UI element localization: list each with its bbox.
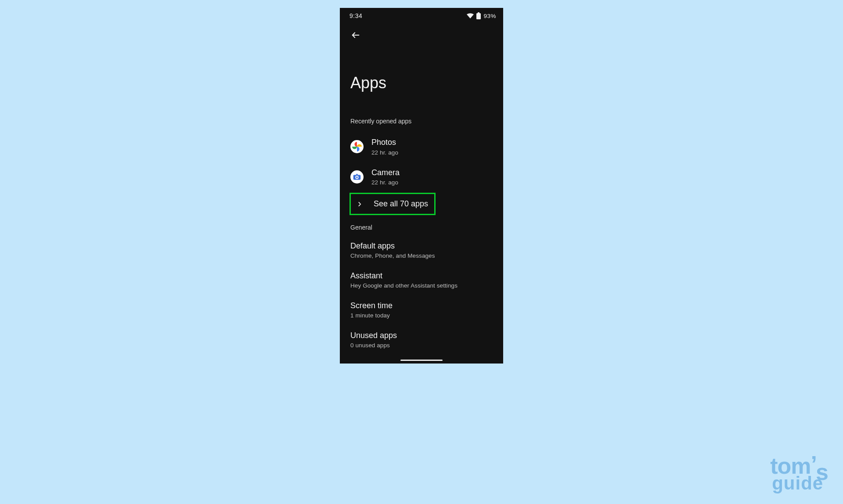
row-screen-time[interactable]: Screen time 1 minute today <box>340 295 503 325</box>
battery-icon <box>476 12 481 19</box>
arrow-left-icon <box>351 30 360 42</box>
svg-point-4 <box>356 176 358 178</box>
app-row-texts: Camera 22 hr. ago <box>371 168 400 186</box>
status-time: 9:34 <box>349 12 362 19</box>
app-name: Camera <box>371 168 400 178</box>
chevron-right-icon <box>355 200 364 209</box>
see-all-apps-button[interactable]: See all 70 apps <box>349 193 436 215</box>
section-label-general: General <box>340 224 503 231</box>
app-row-photos[interactable]: Photos 22 hr. ago <box>340 132 503 162</box>
watermark-text-s: s <box>816 459 828 485</box>
watermark-logo: tom’s guide <box>770 457 828 491</box>
app-subtitle: 22 hr. ago <box>371 149 398 156</box>
photos-app-icon <box>350 140 364 153</box>
row-subtitle: 0 unused apps <box>350 342 493 349</box>
app-name: Photos <box>371 138 398 148</box>
recent-apps-list: Photos 22 hr. ago Camera 22 hr. ago <box>340 125 503 215</box>
toolbar <box>340 19 503 44</box>
back-button[interactable] <box>347 28 364 44</box>
row-subtitle: Chrome, Phone, and Messages <box>350 252 493 259</box>
status-bar: 9:34 93% <box>340 8 503 19</box>
row-assistant[interactable]: Assistant Hey Google and other Assistant… <box>340 265 503 295</box>
status-right: 93% <box>467 12 496 19</box>
row-subtitle: 1 minute today <box>350 312 493 319</box>
see-all-label: See all 70 apps <box>374 199 428 209</box>
svg-rect-1 <box>476 13 481 19</box>
phone-frame: 9:34 93% Apps Recently opened apps <box>340 8 503 364</box>
row-title: Unused apps <box>350 331 493 340</box>
row-default-apps[interactable]: Default apps Chrome, Phone, and Messages <box>340 235 503 265</box>
row-title: Screen time <box>350 301 493 310</box>
battery-pct: 93% <box>483 13 496 19</box>
watermark-apostrophe: ’ <box>811 451 816 477</box>
app-row-camera[interactable]: Camera 22 hr. ago <box>340 162 503 192</box>
wifi-icon <box>467 13 474 18</box>
general-list: Default apps Chrome, Phone, and Messages… <box>340 231 503 355</box>
svg-rect-0 <box>478 12 479 13</box>
row-unused-apps[interactable]: Unused apps 0 unused apps <box>340 325 503 355</box>
page-title: Apps <box>340 44 503 92</box>
camera-app-icon <box>350 170 364 184</box>
section-label-recent: Recently opened apps <box>340 118 503 125</box>
row-subtitle: Hey Google and other Assistant settings <box>350 282 493 289</box>
row-title: Default apps <box>350 241 493 251</box>
app-subtitle: 22 hr. ago <box>371 179 400 186</box>
home-indicator[interactable] <box>400 360 443 361</box>
app-row-texts: Photos 22 hr. ago <box>371 138 398 156</box>
row-title: Assistant <box>350 271 493 281</box>
page-background: 9:34 93% Apps Recently opened apps <box>0 0 843 504</box>
